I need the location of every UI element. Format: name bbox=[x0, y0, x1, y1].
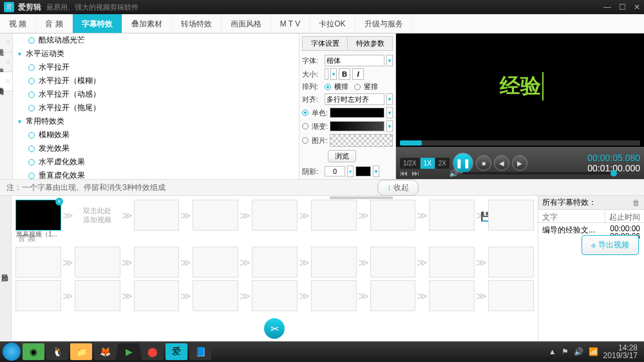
tray-clock[interactable]: 14:282019/3/17 bbox=[603, 344, 638, 359]
empty-clip[interactable] bbox=[193, 280, 238, 311]
transition-icon[interactable]: ≫ bbox=[122, 256, 133, 269]
transition-icon[interactable]: ≫ bbox=[62, 256, 73, 269]
transition-icon[interactable]: ≫ bbox=[180, 256, 191, 269]
sidetab-2[interactable]: ☆消失特效 bbox=[0, 72, 12, 91]
transition-icon[interactable]: ≫ bbox=[417, 290, 428, 302]
shadow-input[interactable] bbox=[325, 166, 345, 176]
export-video-button[interactable]: ⎆ 导出视频 bbox=[582, 235, 639, 255]
empty-clip[interactable] bbox=[134, 247, 180, 278]
sidetab-0[interactable]: ☆出现特效 bbox=[0, 33, 12, 53]
empty-clip[interactable] bbox=[193, 247, 238, 278]
tab-4[interactable]: 转场特效 bbox=[172, 14, 222, 33]
collapse-button[interactable]: ↕ 收起 bbox=[377, 180, 419, 196]
font-select[interactable] bbox=[325, 55, 384, 66]
transition-icon[interactable]: ≫ bbox=[476, 256, 487, 269]
align-select[interactable] bbox=[325, 93, 384, 105]
speed-2x[interactable]: 2X bbox=[435, 158, 450, 169]
empty-clip[interactable] bbox=[252, 247, 298, 278]
size-input[interactable] bbox=[325, 68, 328, 80]
empty-clip[interactable] bbox=[193, 200, 238, 231]
video-clip[interactable]: ×黑幕视频（1... bbox=[15, 200, 61, 231]
transition-icon[interactable]: ≫ bbox=[358, 290, 369, 302]
empty-clip[interactable] bbox=[75, 280, 120, 311]
transition-icon[interactable]: ≫ bbox=[240, 209, 251, 222]
taskbar-current-app[interactable]: 爱 bbox=[166, 343, 187, 360]
empty-clip[interactable] bbox=[429, 247, 475, 278]
empty-clip[interactable] bbox=[429, 200, 475, 231]
maximize-icon[interactable]: ☐ bbox=[619, 3, 626, 12]
speed-half[interactable]: 1/2X bbox=[400, 158, 421, 169]
transition-icon[interactable]: ≫ bbox=[62, 209, 73, 222]
volume-slider[interactable] bbox=[462, 172, 617, 175]
arrange-h-radio[interactable] bbox=[325, 84, 331, 90]
empty-clip[interactable] bbox=[429, 280, 475, 311]
fx-item-9[interactable]: 水平虚化效果 bbox=[13, 155, 299, 169]
align-dropdown-icon[interactable]: ▼ bbox=[386, 93, 393, 105]
empty-clip[interactable] bbox=[370, 200, 416, 231]
taskbar-app-3[interactable]: ▶ bbox=[118, 343, 140, 360]
empty-clip[interactable] bbox=[488, 247, 534, 278]
taskbar-app-4[interactable]: 📘 bbox=[189, 343, 211, 360]
solid-dropdown-icon[interactable]: ▼ bbox=[386, 107, 393, 119]
transition-icon[interactable]: ≫ bbox=[180, 209, 191, 222]
transition-icon[interactable]: ≫ bbox=[476, 290, 487, 302]
tab-2[interactable]: 字幕特效 bbox=[73, 14, 122, 33]
image-radio[interactable] bbox=[302, 137, 308, 144]
fx-item-1[interactable]: ▾水平运动类 bbox=[13, 47, 299, 61]
empty-clip[interactable] bbox=[15, 247, 61, 278]
delete-icon[interactable]: 🗑 bbox=[632, 198, 640, 207]
italic-button[interactable]: I bbox=[352, 68, 364, 80]
volume-icon[interactable]: 🔊 bbox=[449, 169, 459, 178]
gradient-swatch[interactable] bbox=[330, 121, 384, 131]
empty-clip[interactable] bbox=[488, 280, 534, 311]
transition-icon[interactable]: ≫ bbox=[299, 209, 310, 222]
size-dropdown-icon[interactable]: ▼ bbox=[330, 68, 337, 80]
tab-effect-params[interactable]: 特效参数 bbox=[348, 37, 392, 50]
fx-item-4[interactable]: 水平拉开（动感） bbox=[13, 88, 299, 101]
browse-button[interactable]: 浏览 bbox=[328, 150, 356, 162]
taskbar-record[interactable]: ⬤ bbox=[142, 343, 164, 360]
solid-radio[interactable] bbox=[302, 110, 308, 116]
fx-item-2[interactable]: 水平拉开 bbox=[13, 61, 299, 74]
fx-item-10[interactable]: 垂直虚化效果 bbox=[13, 169, 299, 179]
opacity-slider[interactable] bbox=[330, 196, 393, 199]
tab-font-settings[interactable]: 字体设置 bbox=[303, 37, 348, 50]
transition-icon[interactable]: ≫ bbox=[122, 290, 133, 302]
transition-icon[interactable]: ≫ bbox=[180, 290, 191, 302]
taskbar-explorer[interactable]: 📁 bbox=[70, 343, 92, 360]
effects-list[interactable]: 酷炫动感光芒▾水平运动类水平拉开水平拉开（模糊）水平拉开（动感）水平拉开（拖尾）… bbox=[13, 33, 299, 179]
fx-item-0[interactable]: 酷炫动感光芒 bbox=[13, 33, 299, 47]
tab-7[interactable]: 卡拉OK bbox=[310, 14, 355, 33]
tab-6[interactable]: M T V bbox=[271, 14, 310, 33]
transition-icon[interactable]: ≫ bbox=[417, 209, 428, 222]
bold-button[interactable]: B bbox=[339, 68, 350, 80]
tray-up-icon[interactable]: ▲ bbox=[549, 347, 556, 356]
minimize-icon[interactable]: — bbox=[603, 3, 611, 12]
transition-icon[interactable]: ≫ bbox=[417, 256, 428, 269]
empty-clip[interactable] bbox=[311, 247, 357, 278]
fx-item-5[interactable]: 水平拉开（拖尾） bbox=[13, 101, 299, 115]
start-button[interactable] bbox=[3, 343, 21, 361]
fx-item-8[interactable]: 发光效果 bbox=[13, 142, 299, 155]
fx-item-6[interactable]: ▾常用特效类 bbox=[13, 115, 299, 128]
empty-clip[interactable] bbox=[15, 280, 61, 311]
transition-icon[interactable]: ≫ bbox=[240, 256, 251, 269]
taskbar-app-1[interactable]: ◉ bbox=[23, 343, 44, 360]
prev-clip-icon[interactable]: ⏮ bbox=[400, 169, 408, 178]
tray-volume-icon[interactable]: 🔊 bbox=[574, 347, 583, 356]
fx-item-3[interactable]: 水平拉开（模糊） bbox=[13, 74, 299, 88]
transition-icon[interactable]: ≫ bbox=[299, 256, 310, 269]
empty-clip[interactable] bbox=[75, 247, 120, 278]
tab-0[interactable]: 视 频 bbox=[0, 14, 36, 33]
empty-clip[interactable] bbox=[252, 280, 298, 311]
add-video-hint[interactable]: 双击此处添加视频 bbox=[75, 206, 120, 224]
tab-5[interactable]: 画面风格 bbox=[222, 14, 271, 33]
cut-button[interactable]: ✂ bbox=[264, 318, 285, 339]
taskbar-firefox[interactable]: 🦊 bbox=[94, 343, 116, 360]
taskbar-app-2[interactable]: 🐧 bbox=[46, 343, 68, 360]
tab-8[interactable]: 升级与服务 bbox=[355, 14, 413, 33]
transition-icon[interactable]: ≫ bbox=[358, 256, 369, 269]
fx-item-7[interactable]: 模糊效果 bbox=[13, 128, 299, 142]
transition-icon[interactable]: ≫ bbox=[62, 290, 73, 302]
speed-1x[interactable]: 1X bbox=[421, 158, 435, 169]
